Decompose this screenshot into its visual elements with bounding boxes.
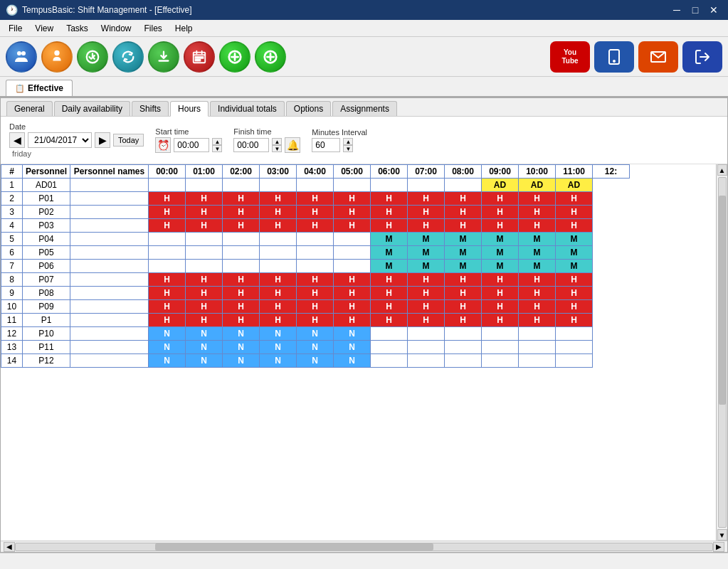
cell-hour-11-6[interactable] [371, 327, 408, 341]
cell-hour-10-10[interactable]: H [519, 314, 556, 327]
cell-personnel[interactable]: P08 [23, 287, 70, 300]
menu-files[interactable]: Files [139, 21, 168, 35]
cell-hour-6-7[interactable]: M [408, 260, 445, 273]
cell-hour-0-1[interactable] [186, 179, 223, 192]
cell-hour-6-3[interactable] [260, 260, 297, 273]
cell-hour-9-7[interactable]: H [408, 300, 445, 314]
cell-hour-0-3[interactable] [260, 179, 297, 192]
cell-hour-8-0[interactable]: H [149, 287, 186, 300]
tab-individual-totals[interactable]: Individual totals [210, 101, 285, 116]
cell-hour-9-5[interactable]: H [334, 300, 371, 314]
cell-hour-7-4[interactable]: H [297, 273, 334, 287]
finish-time-down[interactable]: ▼ [272, 145, 282, 152]
cell-personnel-name[interactable] [70, 260, 149, 273]
cell-hour-5-2[interactable] [223, 246, 260, 260]
cell-hour-0-2[interactable] [223, 179, 260, 192]
cell-hour-11-8[interactable] [445, 327, 482, 341]
cell-personnel[interactable]: P12 [23, 354, 70, 368]
cell-hour-8-8[interactable]: H [445, 287, 482, 300]
download-icon[interactable] [148, 41, 179, 73]
cell-hour-0-11[interactable]: AD [556, 179, 593, 192]
cell-hour-10-4[interactable]: H [297, 314, 334, 327]
cell-hour-12-3[interactable]: N [260, 341, 297, 354]
cell-hour-10-1[interactable]: H [186, 314, 223, 327]
menu-help[interactable]: Help [169, 21, 199, 35]
cell-hour-6-6[interactable]: M [371, 260, 408, 273]
cell-hour-7-2[interactable]: H [223, 273, 260, 287]
cell-personnel-name[interactable] [70, 219, 149, 233]
email-button[interactable] [638, 41, 678, 73]
cell-hour-6-8[interactable]: M [445, 260, 482, 273]
cell-hour-8-5[interactable]: H [334, 287, 371, 300]
cell-hour-10-7[interactable]: H [408, 314, 445, 327]
cell-hour-0-8[interactable] [445, 179, 482, 192]
cell-hour-12-4[interactable]: N [297, 341, 334, 354]
cell-hour-6-10[interactable]: M [519, 260, 556, 273]
cell-hour-8-7[interactable]: H [408, 287, 445, 300]
cell-hour-11-5[interactable]: N [334, 327, 371, 341]
cell-hour-0-9[interactable]: AD [482, 179, 519, 192]
cell-hour-10-5[interactable]: H [334, 314, 371, 327]
cell-hour-1-4[interactable]: H [297, 192, 334, 206]
cell-hour-7-0[interactable]: H [149, 273, 186, 287]
cell-hour-9-0[interactable]: H [149, 300, 186, 314]
cell-hour-1-10[interactable]: H [519, 192, 556, 206]
hscroll-right-arrow[interactable]: ▶ [713, 542, 724, 552]
cell-hour-9-10[interactable]: H [519, 300, 556, 314]
cell-hour-0-10[interactable]: AD [519, 179, 556, 192]
cell-hour-7-9[interactable]: H [482, 273, 519, 287]
cell-hour-2-7[interactable]: H [408, 206, 445, 219]
minutes-down[interactable]: ▼ [343, 145, 353, 152]
finish-time-icon[interactable]: 🔔 [285, 137, 300, 153]
cell-hour-4-8[interactable]: M [445, 233, 482, 246]
cell-hour-9-1[interactable]: H [186, 300, 223, 314]
cell-hour-5-8[interactable]: M [445, 246, 482, 260]
cell-hour-4-3[interactable] [260, 233, 297, 246]
cell-hour-4-11[interactable]: M [556, 233, 593, 246]
cell-hour-1-7[interactable]: H [408, 192, 445, 206]
cell-hour-3-4[interactable]: H [297, 219, 334, 233]
cell-hour-8-9[interactable]: H [482, 287, 519, 300]
cell-hour-4-10[interactable]: M [519, 233, 556, 246]
cell-hour-5-10[interactable]: M [519, 246, 556, 260]
cell-hour-6-0[interactable] [149, 260, 186, 273]
cell-hour-0-4[interactable] [297, 179, 334, 192]
cell-hour-3-2[interactable]: H [223, 219, 260, 233]
cell-hour-7-8[interactable]: H [445, 273, 482, 287]
cell-hour-3-6[interactable]: H [371, 219, 408, 233]
cell-hour-3-5[interactable]: H [334, 219, 371, 233]
cell-personnel[interactable]: AD01 [23, 179, 70, 192]
cell-hour-0-7[interactable] [408, 179, 445, 192]
start-time-icon[interactable]: ⏰ [155, 137, 171, 153]
cell-hour-12-1[interactable]: N [186, 341, 223, 354]
cell-hour-12-10[interactable] [519, 341, 556, 354]
cell-hour-2-4[interactable]: H [297, 206, 334, 219]
cell-hour-10-11[interactable]: H [556, 314, 593, 327]
cell-hour-12-9[interactable] [482, 341, 519, 354]
menu-file[interactable]: File [3, 21, 28, 35]
cell-hour-2-10[interactable]: H [519, 206, 556, 219]
cell-personnel[interactable]: P05 [23, 246, 70, 260]
cell-hour-13-5[interactable]: N [334, 354, 371, 368]
start-time-down[interactable]: ▼ [212, 145, 222, 152]
cell-personnel-name[interactable] [70, 233, 149, 246]
calendar-icon[interactable] [184, 41, 215, 73]
hscroll-track[interactable] [15, 543, 713, 551]
cell-hour-4-6[interactable]: M [371, 233, 408, 246]
cell-hour-1-11[interactable]: H [556, 192, 593, 206]
cell-hour-0-5[interactable] [334, 179, 371, 192]
start-time-input[interactable] [174, 138, 209, 152]
cell-personnel-name[interactable] [70, 341, 149, 354]
cell-hour-11-7[interactable] [408, 327, 445, 341]
cell-personnel-name[interactable] [70, 327, 149, 341]
minutes-input[interactable] [312, 138, 340, 152]
cell-personnel-name[interactable] [70, 287, 149, 300]
cell-hour-1-2[interactable]: H [223, 192, 260, 206]
finish-time-up[interactable]: ▲ [272, 138, 282, 145]
cell-hour-10-2[interactable]: H [223, 314, 260, 327]
person-icon[interactable] [41, 41, 73, 73]
cell-hour-13-7[interactable] [408, 354, 445, 368]
cell-hour-12-7[interactable] [408, 341, 445, 354]
cell-hour-2-1[interactable]: H [186, 206, 223, 219]
cell-personnel-name[interactable] [70, 354, 149, 368]
